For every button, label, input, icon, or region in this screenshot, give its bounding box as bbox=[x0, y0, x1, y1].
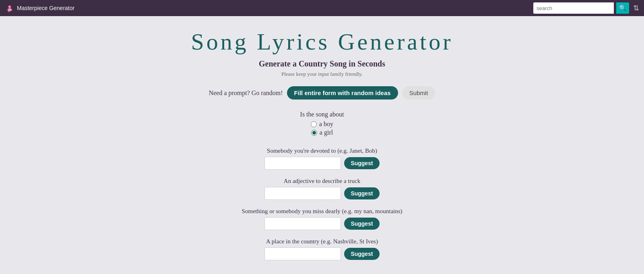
gender-section: Is the song about a boy a girl bbox=[149, 111, 495, 136]
devoted-to-row: Suggest bbox=[149, 157, 495, 170]
brand: Masterpiece Generator bbox=[5, 4, 74, 12]
miss-dearly-input[interactable] bbox=[264, 217, 341, 230]
sort-icon[interactable]: ⇅ bbox=[633, 4, 639, 12]
truck-adjective-row: Suggest bbox=[149, 187, 495, 200]
radio-girl-option: a girl bbox=[149, 129, 495, 136]
miss-dearly-label: Something or somebody you miss dearly (e… bbox=[149, 208, 495, 215]
devoted-to-suggest-button[interactable]: Suggest bbox=[344, 157, 379, 169]
country-place-row: Suggest bbox=[149, 247, 495, 260]
song-about-label: Is the song about bbox=[149, 111, 495, 118]
search-button[interactable]: 🔍 bbox=[616, 2, 629, 14]
country-place-label: A place in the country (e.g. Nashville, … bbox=[149, 238, 495, 245]
fill-random-button[interactable]: Fill entire form with random ideas bbox=[287, 86, 398, 100]
country-place-input[interactable] bbox=[264, 247, 341, 260]
radio-boy-label: a boy bbox=[319, 120, 333, 128]
country-place-suggest-button[interactable]: Suggest bbox=[344, 248, 379, 260]
flamingo-icon bbox=[5, 4, 14, 12]
random-prompt-label: Need a prompt? Go random! bbox=[209, 89, 283, 97]
page-subtitle: Generate a Country Song in Seconds bbox=[149, 59, 495, 68]
radio-girl-label: a girl bbox=[320, 129, 333, 136]
family-friendly-note: Please keep your input family friendly. bbox=[149, 71, 495, 77]
devoted-to-label: Somebody you're devoted to (e.g. Janet, … bbox=[149, 147, 495, 154]
miss-dearly-row: Suggest bbox=[149, 217, 495, 230]
devoted-to-input[interactable] bbox=[264, 157, 341, 170]
miss-dearly-group: Something or somebody you miss dearly (e… bbox=[149, 208, 495, 230]
brand-label: Masterpiece Generator bbox=[17, 5, 74, 11]
svg-line-3 bbox=[8, 11, 9, 12]
truck-adjective-input[interactable] bbox=[264, 187, 341, 200]
radio-girl[interactable] bbox=[311, 130, 317, 136]
miss-dearly-suggest-button[interactable]: Suggest bbox=[344, 218, 379, 230]
nav-right: 🔍 ⇅ bbox=[533, 2, 639, 14]
search-input[interactable] bbox=[533, 2, 614, 14]
navbar: Masterpiece Generator 🔍 ⇅ bbox=[0, 0, 644, 16]
radio-boy[interactable] bbox=[311, 121, 317, 127]
random-row: Need a prompt? Go random! Fill entire fo… bbox=[149, 86, 495, 100]
devoted-to-group: Somebody you're devoted to (e.g. Janet, … bbox=[149, 147, 495, 170]
truck-adjective-suggest-button[interactable]: Suggest bbox=[344, 187, 379, 199]
search-icon: 🔍 bbox=[619, 4, 627, 12]
radio-boy-option: a boy bbox=[149, 120, 495, 128]
truck-adjective-group: An adjective to describe a truck Suggest bbox=[149, 178, 495, 200]
submit-button[interactable]: Submit bbox=[402, 86, 436, 100]
truck-adjective-label: An adjective to describe a truck bbox=[149, 178, 495, 185]
main-content: Song Lyrics Generator Generate a Country… bbox=[141, 16, 503, 274]
country-place-group: A place in the country (e.g. Nashville, … bbox=[149, 238, 495, 260]
page-title: Song Lyrics Generator bbox=[149, 28, 495, 55]
